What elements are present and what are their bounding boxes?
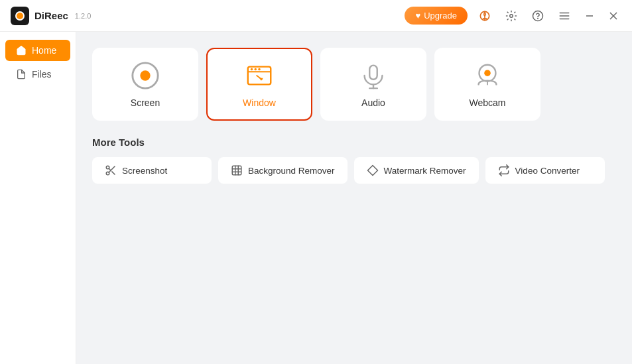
close-button[interactable] — [605, 8, 621, 24]
titlebar-right: ♥ Upgrade — [405, 7, 621, 25]
upgrade-label: Upgrade — [424, 11, 457, 21]
tool-screenshot[interactable]: Screenshot — [92, 157, 212, 184]
tool-watermark-remover[interactable]: Watermark Remover — [354, 157, 479, 184]
svg-rect-33 — [232, 166, 241, 175]
scissors-icon — [105, 164, 117, 176]
window-label: Window — [243, 97, 276, 108]
diamond-icon — [367, 164, 379, 176]
svg-rect-22 — [369, 66, 377, 80]
screen-label: Screen — [131, 97, 160, 108]
content-area: Screen Window — [76, 32, 632, 364]
audio-icon — [358, 60, 389, 91]
background-remover-label: Background Remover — [248, 166, 335, 176]
window-icon — [244, 60, 275, 91]
webcam-icon — [472, 60, 503, 91]
files-icon — [16, 69, 27, 80]
svg-line-32 — [109, 168, 111, 170]
more-tools-title: More Tools — [92, 137, 616, 148]
svg-point-18 — [251, 68, 253, 70]
titlebar-left: DiReec 1.2.0 — [11, 7, 91, 25]
audio-label: Audio — [361, 97, 385, 108]
mode-card-webcam[interactable]: Webcam — [434, 48, 540, 121]
upgrade-button[interactable]: ♥ Upgrade — [405, 7, 468, 25]
convert-icon — [498, 164, 510, 176]
app-name: DiReec — [34, 10, 68, 21]
mode-card-screen[interactable]: Screen — [92, 48, 198, 121]
sidebar-item-home[interactable]: Home — [5, 40, 70, 61]
app-logo-icon — [15, 11, 25, 21]
app-version: 1.2.0 — [75, 12, 91, 20]
mode-card-audio[interactable]: Audio — [320, 48, 426, 121]
mode-cards: Screen Window — [92, 48, 616, 121]
svg-point-15 — [140, 70, 150, 80]
svg-marker-38 — [367, 166, 377, 176]
sidebar-item-files[interactable]: Files — [5, 64, 70, 85]
home-icon — [16, 45, 27, 56]
screenshot-label: Screenshot — [122, 166, 167, 176]
screen-icon — [130, 60, 160, 91]
background-remover-icon — [231, 164, 243, 176]
main-layout: Home Files Scre — [0, 32, 632, 364]
svg-point-7 — [538, 18, 538, 19]
sidebar-files-label: Files — [32, 69, 52, 80]
sidebar: Home Files — [0, 32, 76, 364]
titlebar: DiReec 1.2.0 ♥ Upgrade — [0, 0, 632, 32]
heart-icon: ♥ — [415, 11, 420, 21]
webcam-label: Webcam — [470, 97, 506, 108]
tools-grid: Screenshot Background Remover — [92, 157, 616, 184]
help-icon-button[interactable] — [529, 7, 547, 25]
svg-point-26 — [484, 70, 491, 76]
gift-icon-button[interactable] — [475, 7, 494, 25]
svg-line-31 — [112, 172, 115, 174]
settings-icon-button[interactable] — [502, 7, 521, 25]
svg-point-5 — [510, 14, 513, 17]
svg-point-20 — [258, 68, 260, 70]
tool-video-converter[interactable]: Video Converter — [485, 157, 605, 184]
app-logo — [11, 7, 29, 25]
sidebar-home-label: Home — [32, 45, 56, 56]
watermark-remover-label: Watermark Remover — [384, 166, 466, 176]
video-converter-label: Video Converter — [515, 166, 580, 176]
svg-point-19 — [255, 68, 257, 70]
svg-line-21 — [257, 76, 262, 80]
menu-icon-button[interactable] — [555, 7, 574, 25]
tool-background-remover[interactable]: Background Remover — [218, 157, 348, 184]
minimize-button[interactable] — [582, 8, 598, 24]
mode-card-window[interactable]: Window — [206, 48, 312, 121]
more-tools-section: More Tools Screenshot — [92, 137, 616, 184]
